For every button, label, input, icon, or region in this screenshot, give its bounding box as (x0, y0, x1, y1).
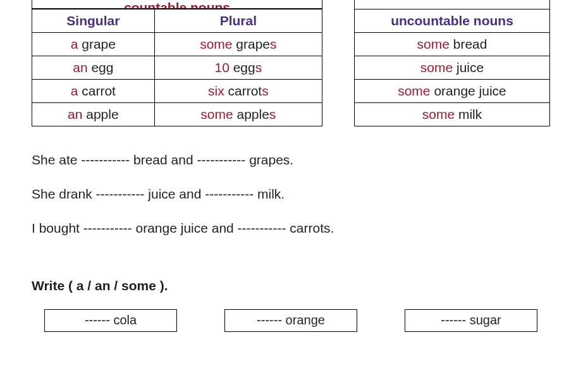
fill-sentences: She ate ----------- bread and ----------… (32, 145, 556, 243)
countable-top-header: countable nouns (32, 0, 322, 9)
cell-singular: a grape (32, 33, 155, 56)
table-row: a carrot six carrots (32, 80, 322, 103)
cell-singular: an egg (32, 56, 155, 80)
table-row: some orange juice (355, 80, 550, 103)
table-row: some bread (355, 33, 550, 56)
table-row: an apple some apples (32, 103, 322, 126)
table-row: a grape some grapes (32, 33, 322, 56)
cell-plural: six carrots (154, 80, 322, 103)
plural-header: Plural (154, 9, 322, 33)
table-row: an egg 10 eggs (32, 56, 322, 80)
countable-table: Singular Plural a grape some grapes an e… (32, 9, 322, 126)
fill-box: ------ sugar (405, 309, 537, 332)
sentence-line: I bought ----------- orange juice and --… (32, 214, 556, 243)
cell-singular: a carrot (32, 80, 155, 103)
cell-uncountable: some bread (355, 33, 550, 56)
uncountable-header: uncountable nouns (355, 9, 550, 33)
cell-uncountable: some milk (355, 103, 550, 126)
countable-table-wrapper: countable nouns Singular Plural a grape … (32, 0, 322, 126)
tables-container: countable nouns Singular Plural a grape … (32, 0, 556, 126)
table-row: some milk (355, 103, 550, 126)
fill-box: ------ orange (224, 309, 357, 332)
singular-header: Singular (32, 9, 155, 33)
sentence-line: She ate ----------- bread and ----------… (32, 145, 556, 175)
cell-plural: some grapes (154, 33, 322, 56)
uncountable-top-spacer (354, 0, 550, 9)
fill-boxes-row: ------ cola ------ orange ------ sugar (32, 309, 556, 332)
fill-box: ------ cola (44, 309, 177, 332)
cell-uncountable: some juice (355, 56, 550, 80)
uncountable-table: uncountable nouns some bread some juice … (354, 9, 550, 126)
sentence-line: She drank ----------- juice and --------… (32, 180, 556, 209)
uncountable-table-wrapper: uncountable nouns some bread some juice … (354, 0, 550, 126)
instruction-text: Write ( a / an / some ). (32, 278, 556, 293)
cell-singular: an apple (32, 103, 155, 126)
cell-uncountable: some orange juice (355, 80, 550, 103)
cell-plural: 10 eggs (154, 56, 322, 80)
table-row: some juice (355, 56, 550, 80)
cell-plural: some apples (154, 103, 322, 126)
